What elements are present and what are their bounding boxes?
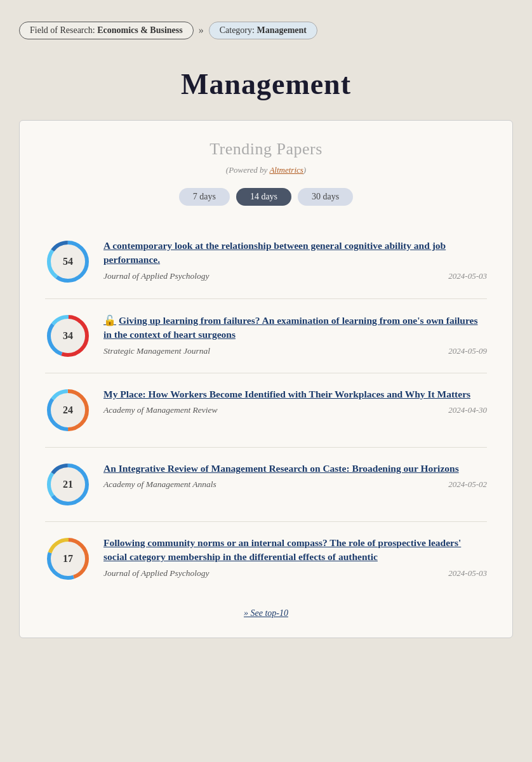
paper-date: 2024-05-03 [448, 271, 487, 281]
field-label: Field of Research: [30, 25, 95, 35]
paper-item: 17 Following community norms or an inter… [45, 522, 487, 596]
paper-title[interactable]: A contemporary look at the relationship … [103, 239, 487, 267]
paper-content: An Integrative Review of Management Rese… [103, 462, 487, 490]
paper-date: 2024-05-09 [448, 346, 487, 356]
paper-meta: Academy of Management Review 2024-04-30 [103, 405, 487, 415]
badge-score: 24 [63, 404, 73, 416]
category-breadcrumb[interactable]: Category: Management [209, 22, 317, 39]
paper-title[interactable]: 🔓Giving up learning from failures? An ex… [103, 313, 487, 342]
paper-item: 24 My Place: How Workers Become Identifi… [45, 373, 487, 448]
altmetrics-link[interactable]: Altmetrics [269, 165, 303, 175]
paper-journal: Strategic Management Journal [103, 346, 210, 356]
paper-list: 54 A contemporary look at the relationsh… [45, 225, 487, 596]
page-title-section: Management [0, 48, 532, 114]
category-value: Management [256, 25, 307, 35]
paper-title[interactable]: Following community norms or an internal… [103, 536, 487, 565]
trending-section-title: Trending Papers [45, 140, 487, 159]
category-label: Category: [220, 25, 255, 35]
altmetric-badge: 24 [45, 387, 91, 433]
paper-item: 54 A contemporary look at the relationsh… [45, 225, 487, 299]
paper-date: 2024-05-02 [448, 479, 487, 490]
filter-14days[interactable]: 14 days [236, 188, 291, 206]
field-breadcrumb[interactable]: Field of Research: Economics & Business [19, 22, 194, 39]
paper-title[interactable]: An Integrative Review of Management Rese… [103, 462, 487, 476]
time-filters: 7 days 14 days 30 days [45, 188, 487, 206]
paper-meta: Strategic Management Journal 2024-05-09 [103, 346, 487, 356]
paper-meta: Journal of Applied Psychology 2024-05-03 [103, 568, 487, 578]
paper-journal: Journal of Applied Psychology [103, 271, 209, 281]
badge-score: 21 [63, 479, 73, 490]
paper-journal: Academy of Management Annals [103, 479, 216, 490]
powered-by: (Powered by Altmetrics) [45, 165, 487, 175]
paper-content: 🔓Giving up learning from failures? An ex… [103, 313, 487, 356]
paper-date: 2024-04-30 [448, 405, 487, 415]
paper-journal: Academy of Management Review [103, 405, 218, 415]
badge-score: 17 [63, 553, 73, 565]
powered-by-suffix: ) [303, 165, 306, 175]
see-more-section: » See top-10 [45, 608, 487, 618]
paper-content: A contemporary look at the relationship … [103, 239, 487, 281]
altmetric-badge: 21 [45, 462, 91, 507]
see-top-10-link[interactable]: » See top-10 [244, 608, 288, 618]
paper-title[interactable]: My Place: How Workers Become Identified … [103, 387, 487, 401]
paper-meta: Academy of Management Annals 2024-05-02 [103, 479, 487, 490]
paper-journal: Journal of Applied Psychology [103, 568, 209, 578]
filter-30days[interactable]: 30 days [298, 188, 353, 206]
altmetric-badge: 54 [45, 239, 91, 284]
breadcrumb-arrow: » [199, 25, 204, 36]
paper-date: 2024-05-03 [448, 568, 487, 578]
powered-by-prefix: (Powered by [226, 165, 270, 175]
field-value: Economics & Business [97, 25, 183, 35]
paper-item: 34 🔓Giving up learning from failures? An… [45, 299, 487, 373]
page-title: Management [13, 67, 519, 101]
altmetric-badge: 34 [45, 313, 91, 359]
paper-content: Following community norms or an internal… [103, 536, 487, 578]
filter-7days[interactable]: 7 days [179, 188, 230, 206]
main-card: Trending Papers (Powered by Altmetrics) … [19, 120, 513, 638]
altmetric-badge: 17 [45, 536, 91, 582]
badge-score: 54 [63, 256, 73, 267]
paper-content: My Place: How Workers Become Identified … [103, 387, 487, 415]
breadcrumb: Field of Research: Economics & Business … [0, 13, 532, 48]
paper-item: 21 An Integrative Review of Management R… [45, 448, 487, 522]
badge-score: 34 [63, 330, 73, 342]
paper-meta: Journal of Applied Psychology 2024-05-03 [103, 271, 487, 281]
open-access-icon: 🔓 [103, 315, 116, 326]
